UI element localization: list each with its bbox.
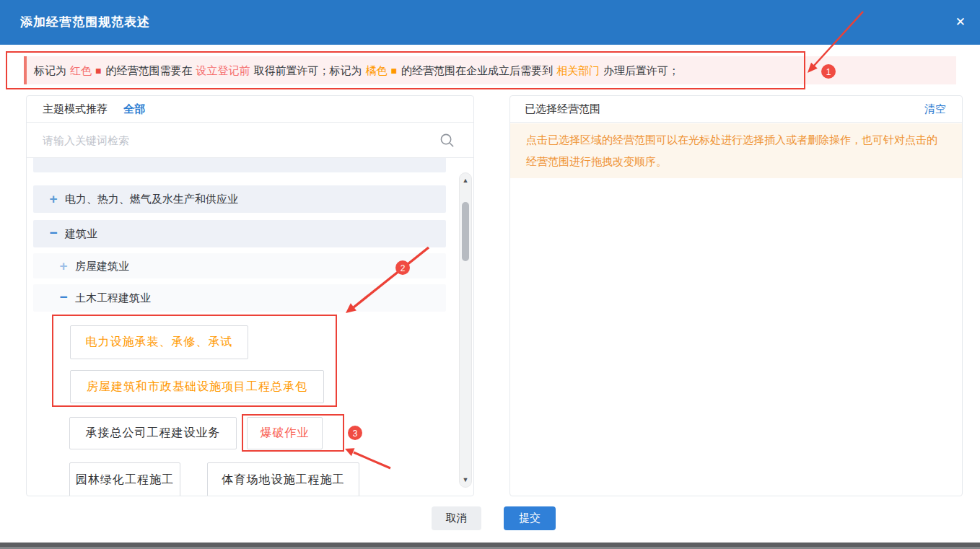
search-bar bbox=[27, 123, 473, 158]
tree-row-label: 电力、热力、燃气及水生产和供应业 bbox=[65, 185, 238, 213]
scope-tag-power-facilities[interactable]: 电力设施承装、承修、承试 bbox=[70, 325, 248, 359]
legend-notice: 标记为红色■的经营范围需要在设立登记前取得前置许可；标记为橘色■的经营范围在企业… bbox=[24, 56, 956, 84]
scope-tag-label: 爆破作业 bbox=[261, 426, 310, 441]
scope-tag-label: 电力设施承装、承修、承试 bbox=[86, 335, 233, 350]
scope-tag-head-office-projects[interactable]: 承接总公司工程建设业务 bbox=[69, 417, 237, 449]
selected-panel-title: 已选择经营范围 bbox=[525, 96, 600, 122]
expand-icon[interactable]: + bbox=[56, 253, 71, 278]
tree-scrollbar[interactable]: ▲ ▼ bbox=[459, 172, 472, 488]
tree-row-label: 房屋建筑业 bbox=[75, 253, 129, 278]
scrollbar-thumb[interactable] bbox=[462, 202, 469, 261]
notice-orange-word: 橘色 bbox=[365, 64, 387, 76]
tree-row-label: 土木工程建筑业 bbox=[75, 284, 151, 312]
expand-icon[interactable]: + bbox=[46, 185, 61, 213]
scope-tag-sports-facilities[interactable]: 体育场地设施工程施工 bbox=[207, 462, 359, 496]
tab-all[interactable]: 全部 bbox=[123, 96, 145, 122]
tree-row-partial[interactable]: + bbox=[33, 158, 446, 172]
cancel-button[interactable]: 取消 bbox=[432, 506, 481, 530]
search-icon[interactable] bbox=[439, 133, 455, 148]
notice-text: 的经营范围需要在 bbox=[105, 64, 192, 76]
modal-header: 添加经营范围规范表述 ✕ bbox=[0, 0, 980, 45]
add-business-scope-modal: 添加经营范围规范表述 ✕ 标记为红色■的经营范围需要在设立登记前取得前置许可；标… bbox=[0, 0, 980, 549]
collapse-icon[interactable]: − bbox=[56, 284, 71, 310]
collapse-icon[interactable]: − bbox=[46, 220, 61, 246]
selected-panel-header: 已选择经营范围 清空 bbox=[510, 96, 962, 123]
expand-icon[interactable]: + bbox=[46, 158, 61, 162]
modal-title: 添加经营范围规范表述 bbox=[20, 0, 150, 45]
scope-tag-epc-contracting[interactable]: 房屋建筑和市政基础设施项目工程总承包 bbox=[70, 370, 324, 403]
scope-tag-label: 房屋建筑和市政基础设施项目工程总承包 bbox=[87, 379, 307, 395]
category-panel-header: 主题模式推荐 全部 bbox=[27, 96, 473, 123]
scope-tag-label: 园林绿化工程施工 bbox=[76, 473, 174, 488]
notice-dept: 相关部门 bbox=[556, 64, 600, 76]
notice-text: 取得前置许可；标记为 bbox=[253, 64, 362, 76]
scope-tag-landscaping[interactable]: 园林绿化工程施工 bbox=[69, 462, 180, 496]
orange-square-icon: ■ bbox=[390, 57, 396, 85]
notice-pre-permit: 设立登记前 bbox=[196, 64, 250, 76]
category-tree: + + 电力、热力、燃气及水生产和供应业 − 建筑业 + 房屋建筑业 − 土木工… bbox=[27, 158, 473, 496]
keyword-search-input[interactable] bbox=[27, 123, 473, 157]
tree-row-civil-engineering[interactable]: − 土木工程建筑业 bbox=[33, 284, 446, 312]
close-icon[interactable]: ✕ bbox=[951, 0, 970, 45]
scroll-up-icon[interactable]: ▲ bbox=[460, 177, 471, 184]
tree-row-house-construction[interactable]: + 房屋建筑业 bbox=[33, 253, 446, 278]
scope-tag-label: 承接总公司工程建设业务 bbox=[86, 426, 221, 441]
selected-scope-panel: 已选择经营范围 清空 点击已选择区域的经营范围可以在光标处进行选择插入或者删除操… bbox=[509, 95, 963, 496]
submit-button[interactable]: 提交 bbox=[504, 506, 556, 530]
tree-row-label: 建筑业 bbox=[65, 220, 97, 247]
notice-text: 办理后置许可； bbox=[603, 64, 679, 76]
category-panel: 主题模式推荐 全部 + + 电力、热力、燃气及水生产和供应业 − 建筑业 bbox=[26, 95, 474, 496]
notice-text: 标记为 bbox=[34, 64, 66, 76]
selected-panel-hint: 点击已选择区域的经营范围可以在光标处进行选择插入或者删除操作，也可针对点击的经营… bbox=[510, 123, 962, 178]
tab-theme-recommend[interactable]: 主题模式推荐 bbox=[43, 96, 108, 122]
red-square-icon: ■ bbox=[95, 57, 101, 85]
tree-row-construction[interactable]: − 建筑业 bbox=[33, 220, 446, 247]
scope-tag-label: 体育场地设施工程施工 bbox=[222, 473, 345, 488]
tree-row-electricity[interactable]: + 电力、热力、燃气及水生产和供应业 bbox=[33, 185, 446, 213]
scroll-down-icon[interactable]: ▼ bbox=[460, 476, 471, 483]
notice-red-word: 红色 bbox=[70, 64, 92, 76]
notice-text: 的经营范围在企业成立后需要到 bbox=[401, 64, 553, 76]
clear-all-link[interactable]: 清空 bbox=[924, 96, 946, 122]
scope-tag-blasting[interactable]: 爆破作业 bbox=[247, 417, 323, 449]
